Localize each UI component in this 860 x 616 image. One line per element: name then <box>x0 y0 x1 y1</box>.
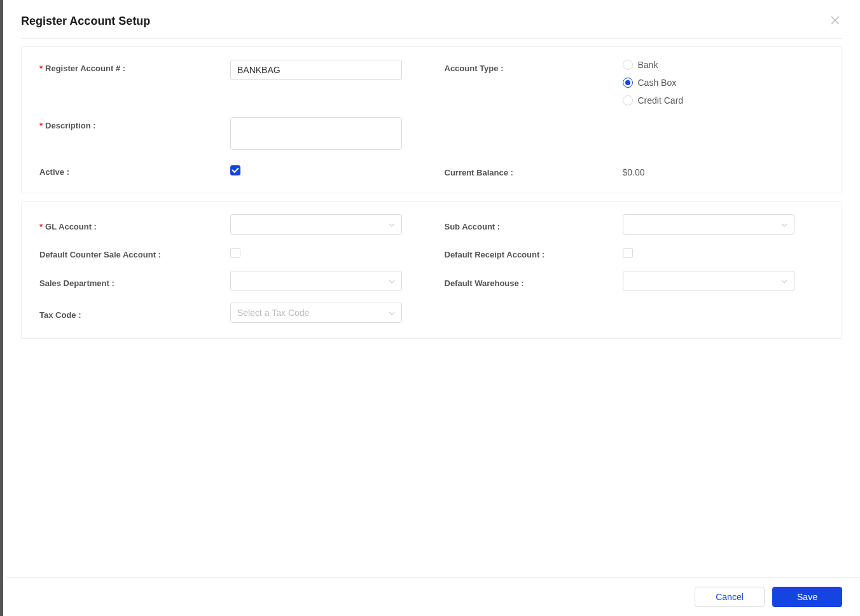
save-button[interactable]: Save <box>772 587 842 607</box>
cancel-button[interactable]: Cancel <box>695 587 765 607</box>
chevron-down-icon <box>389 221 395 228</box>
chevron-down-icon <box>389 278 395 285</box>
chevron-down-icon <box>781 278 787 285</box>
modal-container: Register Account Setup *Register Account… <box>3 0 860 339</box>
default-receipt-label: Default Receipt Account : <box>432 246 623 259</box>
default-counter-sale-checkbox[interactable] <box>230 248 240 258</box>
chevron-down-icon <box>781 221 787 228</box>
account-type-bank-radio[interactable]: Bank <box>623 60 794 70</box>
register-account-input[interactable] <box>230 60 402 80</box>
account-type-label: Account Type : <box>432 60 623 73</box>
panel-account-info: *Register Account # : Account Type : Ban… <box>21 46 842 193</box>
default-warehouse-label: Default Warehouse : <box>432 275 623 288</box>
radio-checked-icon <box>623 78 633 88</box>
description-input[interactable] <box>230 117 402 150</box>
default-receipt-checkbox[interactable] <box>623 248 633 258</box>
account-type-cashbox-radio[interactable]: Cash Box <box>623 78 794 88</box>
gl-account-select[interactable] <box>230 214 402 235</box>
account-type-creditcard-radio[interactable]: Credit Card <box>623 95 794 106</box>
description-label: *Description : <box>39 117 230 130</box>
modal-footer: Cancel Save <box>6 577 860 616</box>
modal-header: Register Account Setup <box>21 13 842 39</box>
active-label: Active : <box>39 163 230 177</box>
sales-department-label: Sales Department : <box>39 275 230 288</box>
tax-code-select[interactable]: Select a Tax Code <box>230 303 402 323</box>
current-balance-label: Current Balance : <box>432 164 623 177</box>
sales-department-select[interactable] <box>230 271 402 291</box>
sub-account-label: Sub Account : <box>432 218 623 231</box>
default-warehouse-select[interactable] <box>623 271 794 291</box>
sub-account-select[interactable] <box>623 214 794 235</box>
close-icon[interactable] <box>828 13 842 29</box>
tax-code-label: Tax Code : <box>39 306 230 320</box>
radio-unchecked-icon <box>623 95 633 106</box>
radio-unchecked-icon <box>623 60 633 70</box>
account-type-radio-group: Bank Cash Box Credit Card <box>623 60 794 106</box>
register-account-label: *Register Account # : <box>39 60 230 73</box>
modal-title: Register Account Setup <box>21 15 150 28</box>
panel-account-settings: *GL Account : Sub Account : <box>21 201 842 339</box>
default-counter-sale-label: Default Counter Sale Account : <box>39 246 230 259</box>
active-checkbox[interactable] <box>230 165 240 175</box>
gl-account-label: *GL Account : <box>39 218 230 231</box>
current-balance-value: $0.00 <box>623 163 794 177</box>
chevron-down-icon <box>389 310 395 317</box>
